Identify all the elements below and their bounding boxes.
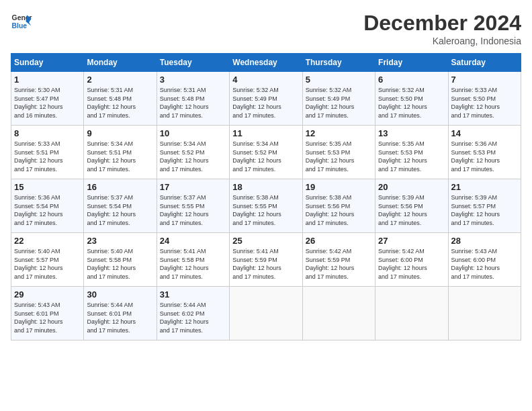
day-info-22: Sunrise: 5:40 AM Sunset: 5:57 PM Dayligh… — [14, 247, 81, 281]
day-cell-30: 30Sunrise: 5:44 AM Sunset: 6:01 PM Dayli… — [84, 287, 157, 340]
day-cell-26: 26Sunrise: 5:42 AM Sunset: 5:59 PM Dayli… — [302, 233, 375, 287]
day-cell-20: 20Sunrise: 5:39 AM Sunset: 5:56 PM Dayli… — [375, 179, 448, 233]
day-cell-9: 9Sunrise: 5:34 AM Sunset: 5:51 PM Daylig… — [84, 126, 157, 179]
day-cell-6: 6Sunrise: 5:32 AM Sunset: 5:50 PM Daylig… — [375, 72, 448, 126]
day-number-20: 20 — [378, 182, 445, 192]
day-number-11: 11 — [232, 128, 299, 138]
day-cell-3: 3Sunrise: 5:31 AM Sunset: 5:48 PM Daylig… — [157, 72, 229, 126]
day-cell-16: 16Sunrise: 5:37 AM Sunset: 5:54 PM Dayli… — [84, 179, 157, 233]
week-row-2: 8Sunrise: 5:33 AM Sunset: 5:51 PM Daylig… — [11, 126, 521, 179]
day-info-14: Sunrise: 5:36 AM Sunset: 5:53 PM Dayligh… — [451, 140, 518, 173]
week-row-3: 15Sunrise: 5:36 AM Sunset: 5:54 PM Dayli… — [11, 179, 521, 233]
day-number-6: 6 — [378, 75, 445, 85]
day-cell-28: 28Sunrise: 5:43 AM Sunset: 6:00 PM Dayli… — [448, 233, 521, 287]
day-cell-4: 4Sunrise: 5:32 AM Sunset: 5:49 PM Daylig… — [230, 72, 302, 126]
day-cell-29: 29Sunrise: 5:43 AM Sunset: 6:01 PM Dayli… — [11, 287, 84, 340]
day-info-12: Sunrise: 5:35 AM Sunset: 5:53 PM Dayligh… — [306, 140, 372, 173]
day-info-25: Sunrise: 5:41 AM Sunset: 5:59 PM Dayligh… — [232, 247, 299, 281]
logo-icon: General Blue — [11, 11, 32, 32]
day-cell-2: 2Sunrise: 5:31 AM Sunset: 5:48 PM Daylig… — [84, 72, 157, 126]
day-number-10: 10 — [160, 128, 226, 138]
day-number-15: 15 — [14, 182, 81, 192]
day-cell-5: 5Sunrise: 5:32 AM Sunset: 5:49 PM Daylig… — [302, 72, 375, 126]
day-info-20: Sunrise: 5:39 AM Sunset: 5:56 PM Dayligh… — [378, 193, 445, 227]
calendar-body: 1Sunrise: 5:30 AM Sunset: 5:47 PM Daylig… — [11, 72, 521, 340]
day-number-2: 2 — [87, 75, 153, 85]
day-cell-17: 17Sunrise: 5:37 AM Sunset: 5:55 PM Dayli… — [157, 179, 229, 233]
day-number-7: 7 — [451, 75, 518, 85]
day-info-23: Sunrise: 5:40 AM Sunset: 5:58 PM Dayligh… — [87, 247, 153, 281]
day-cell-19: 19Sunrise: 5:38 AM Sunset: 5:56 PM Dayli… — [302, 179, 375, 233]
day-info-21: Sunrise: 5:39 AM Sunset: 5:57 PM Dayligh… — [451, 193, 518, 227]
day-info-8: Sunrise: 5:33 AM Sunset: 5:51 PM Dayligh… — [14, 140, 81, 173]
day-info-30: Sunrise: 5:44 AM Sunset: 6:01 PM Dayligh… — [87, 301, 153, 334]
day-info-4: Sunrise: 5:32 AM Sunset: 5:49 PM Dayligh… — [232, 86, 299, 120]
header-thursday: Thursday — [302, 54, 375, 72]
day-info-9: Sunrise: 5:34 AM Sunset: 5:51 PM Dayligh… — [87, 140, 153, 173]
day-info-3: Sunrise: 5:31 AM Sunset: 5:48 PM Dayligh… — [160, 86, 226, 120]
header-row: Sunday Monday Tuesday Wednesday Thursday… — [11, 54, 521, 72]
day-cell-8: 8Sunrise: 5:33 AM Sunset: 5:51 PM Daylig… — [11, 126, 84, 179]
day-info-7: Sunrise: 5:33 AM Sunset: 5:50 PM Dayligh… — [451, 86, 518, 120]
day-number-28: 28 — [451, 236, 518, 246]
day-cell-24: 24Sunrise: 5:41 AM Sunset: 5:58 PM Dayli… — [157, 233, 229, 287]
day-number-8: 8 — [14, 128, 81, 138]
day-cell-14: 14Sunrise: 5:36 AM Sunset: 5:53 PM Dayli… — [448, 126, 521, 179]
day-info-29: Sunrise: 5:43 AM Sunset: 6:01 PM Dayligh… — [14, 301, 81, 334]
day-number-18: 18 — [232, 182, 299, 192]
day-number-16: 16 — [87, 182, 153, 192]
day-info-13: Sunrise: 5:35 AM Sunset: 5:53 PM Dayligh… — [378, 140, 445, 173]
day-cell-21: 21Sunrise: 5:39 AM Sunset: 5:57 PM Dayli… — [448, 179, 521, 233]
day-cell-1: 1Sunrise: 5:30 AM Sunset: 5:47 PM Daylig… — [11, 72, 84, 126]
day-cell-32 — [230, 287, 302, 340]
day-cell-10: 10Sunrise: 5:34 AM Sunset: 5:52 PM Dayli… — [157, 126, 229, 179]
day-info-28: Sunrise: 5:43 AM Sunset: 6:00 PM Dayligh… — [451, 247, 518, 281]
day-number-26: 26 — [306, 236, 372, 246]
day-info-6: Sunrise: 5:32 AM Sunset: 5:50 PM Dayligh… — [378, 86, 445, 120]
day-number-4: 4 — [232, 75, 299, 85]
header-friday: Friday — [375, 54, 448, 72]
day-info-31: Sunrise: 5:44 AM Sunset: 6:02 PM Dayligh… — [160, 301, 226, 334]
day-cell-35 — [448, 287, 521, 340]
logo: General Blue — [11, 11, 32, 32]
day-info-1: Sunrise: 5:30 AM Sunset: 5:47 PM Dayligh… — [14, 86, 81, 120]
week-row-5: 29Sunrise: 5:43 AM Sunset: 6:01 PM Dayli… — [11, 287, 521, 340]
day-info-26: Sunrise: 5:42 AM Sunset: 5:59 PM Dayligh… — [306, 247, 372, 281]
calendar-header: Sunday Monday Tuesday Wednesday Thursday… — [11, 54, 521, 72]
location: Kaleroang, Indonesia — [363, 36, 521, 46]
day-number-3: 3 — [160, 75, 226, 85]
day-number-23: 23 — [87, 236, 153, 246]
day-number-12: 12 — [306, 128, 372, 138]
day-number-13: 13 — [378, 128, 445, 138]
day-number-17: 17 — [160, 182, 226, 192]
header-sunday: Sunday — [11, 54, 84, 72]
day-number-21: 21 — [451, 182, 518, 192]
month-title: December 2024 — [363, 11, 521, 36]
header: General Blue December 2024 Kaleroang, In… — [11, 11, 521, 46]
day-number-31: 31 — [160, 289, 226, 300]
header-monday: Monday — [84, 54, 157, 72]
day-number-1: 1 — [14, 75, 81, 85]
header-tuesday: Tuesday — [157, 54, 229, 72]
day-info-5: Sunrise: 5:32 AM Sunset: 5:49 PM Dayligh… — [306, 86, 372, 120]
calendar-table: Sunday Monday Tuesday Wednesday Thursday… — [11, 53, 521, 340]
day-number-27: 27 — [378, 236, 445, 246]
day-cell-7: 7Sunrise: 5:33 AM Sunset: 5:50 PM Daylig… — [448, 72, 521, 126]
day-cell-23: 23Sunrise: 5:40 AM Sunset: 5:58 PM Dayli… — [84, 233, 157, 287]
day-number-22: 22 — [14, 236, 81, 246]
header-wednesday: Wednesday — [230, 54, 302, 72]
day-number-19: 19 — [306, 182, 372, 192]
day-cell-27: 27Sunrise: 5:42 AM Sunset: 6:00 PM Dayli… — [375, 233, 448, 287]
header-saturday: Saturday — [448, 54, 521, 72]
day-number-29: 29 — [14, 289, 81, 300]
week-row-1: 1Sunrise: 5:30 AM Sunset: 5:47 PM Daylig… — [11, 72, 521, 126]
day-cell-18: 18Sunrise: 5:38 AM Sunset: 5:55 PM Dayli… — [230, 179, 302, 233]
day-cell-13: 13Sunrise: 5:35 AM Sunset: 5:53 PM Dayli… — [375, 126, 448, 179]
day-cell-33 — [302, 287, 375, 340]
day-info-19: Sunrise: 5:38 AM Sunset: 5:56 PM Dayligh… — [306, 193, 372, 227]
day-number-25: 25 — [232, 236, 299, 246]
day-cell-34 — [375, 287, 448, 340]
title-area: December 2024 Kaleroang, Indonesia — [363, 11, 521, 46]
day-number-5: 5 — [306, 75, 372, 85]
day-info-10: Sunrise: 5:34 AM Sunset: 5:52 PM Dayligh… — [160, 140, 226, 173]
